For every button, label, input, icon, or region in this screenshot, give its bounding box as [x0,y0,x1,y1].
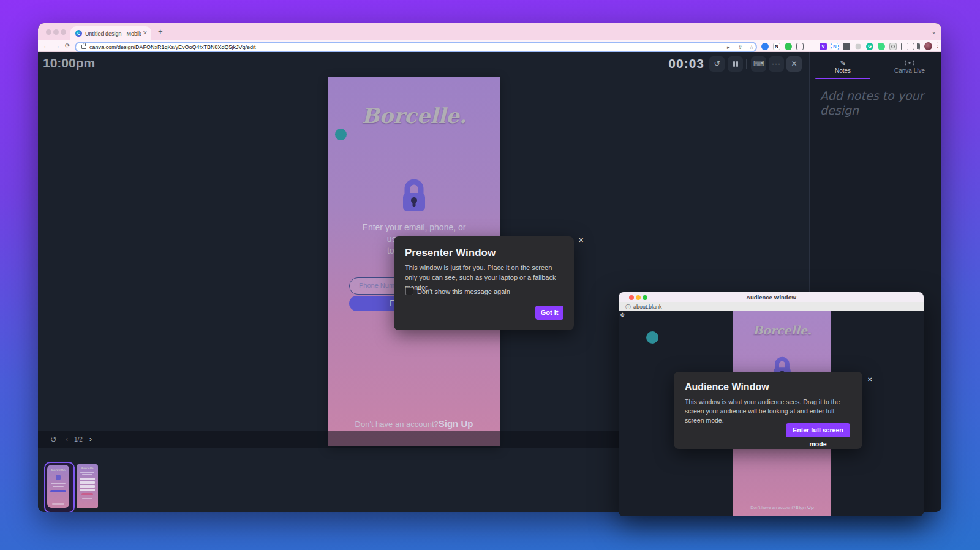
notes-tab-label: Notes [818,67,867,74]
presenter-dialog-title: Presenter Window [405,247,496,259]
phone-input-placeholder: Phone Numb [359,282,398,289]
audience-content: ✥ Borcelle. Don't have an account?Sign U… [619,311,924,516]
audience-window-title: Audience Window [619,294,924,301]
teal-dot-decoration [335,129,347,140]
toolbar-separator [746,59,747,69]
extension-v-tool-icon[interactable]: V [820,43,827,50]
extension-dim-tool-icon[interactable] [854,43,862,50]
next-slide-button[interactable]: › [89,435,92,443]
notes-placeholder[interactable]: Add notes to your design [820,89,927,118]
audience-url-text: about:blank [633,304,662,310]
bookmark-star-icon[interactable]: ☆ [749,44,754,50]
reload-button[interactable]: ⟳ [65,42,70,49]
slide-page-indicator: 1/2 [74,436,83,443]
back-button[interactable]: ← [43,42,49,49]
url-text[interactable]: canva.com/design/DAFONxR1qKs/yEvOoQ4fxTB… [89,44,256,50]
pause-timer-button[interactable] [728,56,743,72]
window-close-button[interactable] [46,29,51,35]
audience-window[interactable]: Audience Window ⓘ about:blank ✥ Borcelle… [619,292,924,516]
slide-text-line1: Enter your email, phone, or [328,222,500,232]
window-minimize-button[interactable] [53,29,59,35]
audience-url-bar[interactable]: ⓘ about:blank [619,302,924,312]
tab-notes[interactable]: ✎ Notes [818,59,867,74]
forward-button[interactable]: → [54,42,60,49]
thumb1-logo: Borcelle. [47,468,69,472]
footer-text: Don't have an account? [355,420,439,429]
audience-dialog-close-icon[interactable]: ✕ [867,376,872,383]
https-lock-icon [81,45,86,49]
extension-dark-tool-icon[interactable] [843,43,850,50]
slide-thumbnail-2[interactable]: Borcelle. [77,464,98,508]
canva-favicon-icon: C [75,30,82,37]
slide-footer: Don't have an account?Sign Up [328,418,500,429]
reset-timer-button[interactable]: ↺ [709,56,725,72]
audience-slide-footer: Don't have an account?Sign Up [733,505,831,510]
previous-slide-button[interactable]: ‹ [66,435,68,443]
profile-avatar[interactable] [924,42,932,50]
exit-presenter-button[interactable]: ✕ [786,56,802,72]
slide-thumbnail-1-selected[interactable]: Borcelle. [44,462,75,512]
presentation-timer: 00:03 [643,56,704,71]
more-options-button[interactable]: ··· [769,56,784,72]
extensions-puzzle-icon[interactable] [901,43,908,50]
thumb2-logo: Borcelle. [77,467,98,470]
slide-logo: Borcelle. [328,104,500,128]
tab-canva-live[interactable]: Canva Live [882,59,937,74]
sign-up-link: Sign Up [796,505,814,510]
audience-slide-logo: Borcelle. [733,323,831,337]
move-cursor-icon: ✥ [620,312,625,318]
address-bar[interactable]: canva.com/design/DAFONxR1qKs/yEvOoQ4fxTB… [75,42,757,53]
share-icon[interactable]: ⇧ [738,44,743,50]
extension-sidepanel-icon[interactable] [913,43,920,50]
desktop-background: C Untitled design - Mobile Mock ✕ + ⌄ ← … [0,0,980,550]
teal-dot-decoration [646,331,658,344]
extension-loom-icon[interactable] [785,43,792,50]
new-tab-button[interactable]: + [158,27,163,36]
active-tab-underline [815,78,870,79]
extension-search-icon[interactable] [889,43,897,50]
presenter-dialog-close-icon[interactable]: ✕ [578,236,584,244]
extension-evernote-icon[interactable] [878,43,885,50]
audience-title-bar[interactable]: Audience Window [619,292,924,303]
dont-show-again-label: Don't show this message again [417,288,510,295]
audience-dialog-body: This window is what your audience sees. … [685,397,849,426]
sign-up-link[interactable]: Sign Up [439,418,473,429]
canva-live-tab-label: Canva Live [882,67,937,74]
extension-notion-icon[interactable]: N [773,43,780,50]
tab-title: Untitled design - Mobile Mock [85,31,141,37]
tab-strip: C Untitled design - Mobile Mock ✕ + ⌄ [38,23,941,40]
dont-show-again-checkbox[interactable] [405,287,413,295]
extension-1password-icon[interactable] [761,43,769,50]
browser-tab[interactable]: C Untitled design - Mobile Mock ✕ [70,26,151,40]
presenter-window-dialog: Presenter Window This window is just for… [394,236,574,330]
extension-n-dotted-icon[interactable]: N [831,43,839,50]
canva-live-icon [882,59,937,67]
page-info-icon[interactable]: ⓘ [625,303,631,311]
restart-presentation-button[interactable]: ↺ [50,435,57,444]
audience-dialog-title: Audience Window [685,382,769,393]
current-time: 10:00pm [43,56,95,70]
browser-menu-kebab-icon[interactable]: ⋮ [935,42,941,48]
extension-screenshot-icon[interactable] [796,43,804,50]
extension-grammarly-icon[interactable]: G [866,43,873,50]
extension-crop-icon[interactable] [808,43,815,50]
media-indicator-icon: ▸ [727,44,730,50]
got-it-button[interactable]: Got it [535,306,564,320]
enter-fullscreen-button[interactable]: Enter full screen mode [786,423,850,437]
keyboard-shortcuts-button[interactable]: ⌨ [751,56,766,72]
lock-icon [398,177,430,215]
browser-toolbar: ← → ⟳ canva.com/design/DAFONxR1qKs/yEvOo… [38,40,941,52]
tab-close-icon[interactable]: ✕ [143,30,148,36]
audience-window-dialog: Audience Window This window is what your… [674,372,862,449]
tab-overflow-chevron-icon[interactable]: ⌄ [932,28,937,35]
notes-icon: ✎ [818,59,867,67]
pause-icon [733,61,735,67]
window-zoom-button[interactable] [61,29,66,35]
